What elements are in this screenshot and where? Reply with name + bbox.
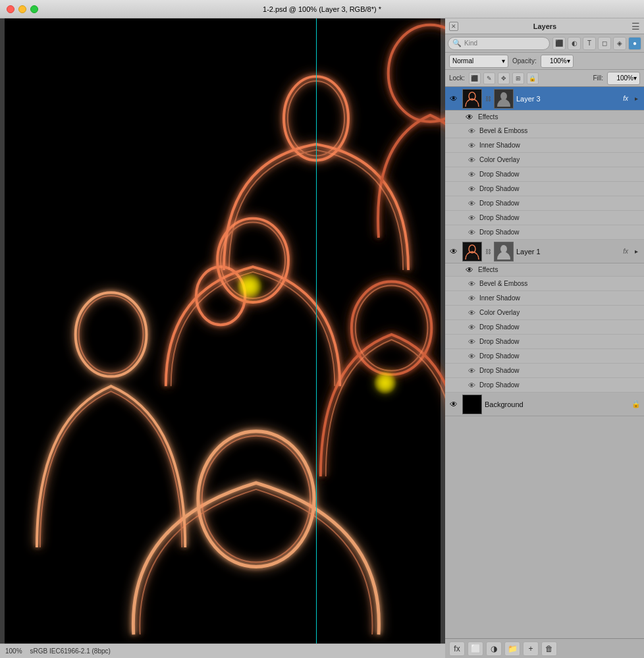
- panel-menu-button[interactable]: ☰: [631, 21, 640, 32]
- effect-eye-layer3-drop2[interactable]: 👁: [466, 184, 477, 194]
- layer-row-layer3[interactable]: 👁 ⛓ Layer 3 fx: [445, 87, 644, 111]
- layer-name-background: Background: [485, 400, 628, 408]
- fill-input[interactable]: 100%: [607, 72, 640, 85]
- filter-adjust-icon[interactable]: ◐: [568, 37, 581, 50]
- effect-eye-layer3-drop1[interactable]: 👁: [466, 169, 477, 180]
- blend-mode-chevron: [502, 57, 505, 65]
- opacity-value: 100%: [550, 57, 567, 65]
- add-mask-button[interactable]: ⬜: [468, 642, 483, 656]
- filter-type-icon[interactable]: T: [583, 37, 596, 50]
- effect-eye-layer1-drop5[interactable]: 👁: [466, 380, 477, 391]
- lock-all-icon[interactable]: 🔒: [527, 72, 539, 84]
- filter-toggle[interactable]: ●: [628, 37, 641, 50]
- effect-eye-layer1-drop1[interactable]: 👁: [466, 322, 477, 333]
- blend-mode-select[interactable]: Normal: [449, 55, 508, 68]
- filter-pixel-icon[interactable]: ⬛: [552, 37, 566, 50]
- layer-mask-layer1: [494, 242, 514, 261]
- effect-row-layer3-drop2[interactable]: 👁 Drop Shadow: [445, 182, 644, 196]
- effect-eye-layer1-drop2[interactable]: 👁: [466, 337, 477, 347]
- effect-row-layer3-bevel[interactable]: 👁 Bevel & Emboss: [445, 124, 644, 138]
- chevron-layer3: [635, 95, 638, 102]
- effect-eye-layer1-color[interactable]: 👁: [466, 308, 477, 318]
- delete-layer-button[interactable]: 🗑: [541, 642, 557, 656]
- effect-name-layer3-drop5: Drop Shadow: [479, 229, 641, 236]
- effect-eye-layer3-drop3[interactable]: 👁: [466, 198, 477, 209]
- effect-row-layer3-drop4[interactable]: 👁 Drop Shadow: [445, 211, 644, 225]
- minimize-button[interactable]: [18, 5, 26, 13]
- effect-row-layer3-drop1[interactable]: 👁 Drop Shadow: [445, 167, 644, 182]
- effect-row-layer1-bevel[interactable]: 👁 Bevel & Emboss: [445, 277, 644, 291]
- lock-row: Lock: ⬛ ✎ ✥ ⊞ 🔒 Fill: 100%: [445, 70, 644, 87]
- effect-row-layer3-drop3[interactable]: 👁 Drop Shadow: [445, 196, 644, 211]
- filter-smart-icon[interactable]: ◈: [613, 37, 626, 50]
- effect-eye-layer1-drop3[interactable]: 👁: [466, 351, 477, 362]
- color-profile: sRGB IEC61966-2.1 (8bpc): [30, 647, 111, 655]
- effect-row-layer1-drop3[interactable]: 👁 Drop Shadow: [445, 349, 644, 364]
- visibility-eye-layer3[interactable]: 👁: [448, 93, 460, 105]
- effect-row-layer3-drop5[interactable]: 👁 Drop Shadow: [445, 225, 644, 240]
- layer-thumb-layer1: [462, 242, 482, 261]
- panel-close-button[interactable]: ✕: [449, 22, 458, 31]
- layer-link-layer3[interactable]: ⛓: [485, 96, 491, 102]
- create-group-button[interactable]: 📁: [504, 642, 520, 656]
- effect-eye-layer3-inner[interactable]: 👁: [466, 140, 477, 151]
- lock-position-icon[interactable]: ✎: [483, 72, 495, 84]
- maximize-button[interactable]: [30, 5, 38, 13]
- effects-group-eye-layer1[interactable]: 👁: [464, 264, 475, 276]
- visibility-eye-layer1[interactable]: 👁: [448, 246, 460, 258]
- effect-eye-layer1-drop4[interactable]: 👁: [466, 366, 477, 376]
- effect-row-layer3-inner[interactable]: 👁 Inner Shadow: [445, 138, 644, 153]
- search-input[interactable]: [464, 40, 545, 47]
- effect-row-layer1-drop5[interactable]: 👁 Drop Shadow: [445, 378, 644, 393]
- effect-row-layer1-drop4[interactable]: 👁 Drop Shadow: [445, 364, 644, 378]
- effect-row-layer3-color[interactable]: 👁 Color Overlay: [445, 153, 644, 167]
- lock-artboard-icon[interactable]: ⊞: [512, 72, 524, 84]
- effect-row-layer1-drop2[interactable]: 👁 Drop Shadow: [445, 335, 644, 349]
- add-fx-button[interactable]: fx: [449, 642, 465, 656]
- opacity-input[interactable]: 100%: [541, 55, 574, 68]
- lock-icons: ⬛ ✎ ✥ ⊞ 🔒: [469, 72, 539, 84]
- effect-row-layer1-inner[interactable]: 👁 Inner Shadow: [445, 291, 644, 306]
- layer-name-layer1: Layer 1: [516, 248, 618, 256]
- effect-eye-layer3-bevel[interactable]: 👁: [466, 126, 477, 136]
- effect-eye-layer1-bevel[interactable]: 👁: [466, 279, 477, 289]
- effects-eye-icon-layer3: 👁: [466, 113, 473, 122]
- effect-name-layer1-drop1: Drop Shadow: [479, 323, 641, 331]
- effects-group-eye-layer3[interactable]: 👁: [464, 111, 475, 123]
- layer-row-layer1[interactable]: 👁 ⛓ Layer 1 fx: [445, 240, 644, 263]
- effect-eye-layer3-drop4[interactable]: 👁: [466, 213, 477, 223]
- effect-eye-layer3-color[interactable]: 👁: [466, 155, 477, 165]
- effects-label-layer1: 👁 Effects: [445, 263, 644, 277]
- visibility-eye-background[interactable]: 👁: [448, 398, 460, 410]
- create-layer-button[interactable]: +: [523, 642, 539, 656]
- artwork: [0, 18, 445, 644]
- effect-row-layer1-drop1[interactable]: 👁 Drop Shadow: [445, 320, 644, 335]
- layer-link-layer1[interactable]: ⛓: [485, 248, 491, 255]
- chevron-layer1: [635, 248, 638, 255]
- collapse-btn-layer1[interactable]: [631, 246, 641, 257]
- lock-label: Lock:: [449, 74, 465, 82]
- close-button[interactable]: [7, 5, 14, 13]
- layer-row-background[interactable]: 👁 Background 🔒: [445, 393, 644, 416]
- opacity-label: Opacity:: [512, 57, 537, 65]
- guide-line: [316, 18, 317, 644]
- window-title: 1-2.psd @ 100% (Layer 3, RGB/8*) *: [263, 5, 381, 13]
- filter-icons: ⬛ ◐ T ◻ ◈ ●: [552, 37, 641, 50]
- layers-panel: ✕ Layers ☰ 🔍 ⬛ ◐ T ◻ ◈ ● Normal Opacity:…: [445, 18, 644, 658]
- search-box[interactable]: 🔍: [448, 37, 550, 50]
- lock-move-icon[interactable]: ✥: [498, 72, 510, 84]
- svg-rect-0: [5, 18, 441, 644]
- statusbar: 100% sRGB IEC61966-2.1 (8bpc): [0, 644, 445, 658]
- effect-eye-layer3-drop5[interactable]: 👁: [466, 227, 477, 238]
- filter-shape-icon[interactable]: ◻: [598, 37, 611, 50]
- effect-row-layer1-color[interactable]: 👁 Color Overlay: [445, 306, 644, 320]
- svg-point-14: [373, 371, 396, 395]
- layer-thumb-background: [462, 395, 482, 414]
- panel-titlebar: ✕ Layers ☰: [445, 18, 644, 34]
- effects-eye-icon-layer1: 👁: [466, 265, 473, 275]
- effect-name-layer3-bevel: Bevel & Emboss: [479, 127, 641, 134]
- effect-eye-layer1-inner[interactable]: 👁: [466, 293, 477, 304]
- collapse-btn-layer3[interactable]: [631, 94, 641, 104]
- add-adjustment-button[interactable]: ◑: [486, 642, 502, 656]
- lock-pixels-icon[interactable]: ⬛: [469, 72, 481, 84]
